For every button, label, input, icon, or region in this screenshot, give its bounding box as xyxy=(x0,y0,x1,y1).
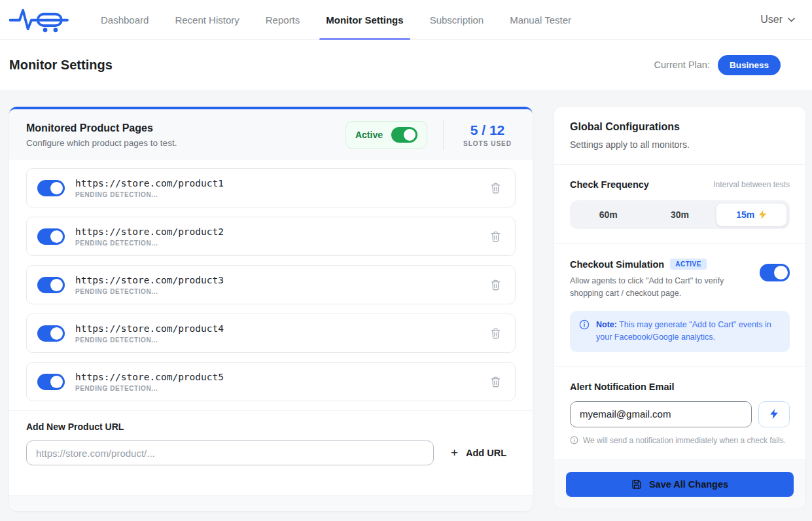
url-text: https://store.com/product5 xyxy=(75,372,224,382)
checkout-simulation-toggle[interactable] xyxy=(760,264,790,281)
info-icon xyxy=(570,436,578,444)
global-config-subtitle: Settings apply to all monitors. xyxy=(570,139,790,150)
url-list: https://store.com/product1 PENDING DETEC… xyxy=(9,160,533,410)
page-title: Monitor Settings xyxy=(9,58,113,73)
save-icon xyxy=(631,479,642,490)
main-content: Monitored Product Pages Configure which … xyxy=(0,90,812,511)
card-footer-strip xyxy=(9,495,533,511)
monitors-active-toggle[interactable] xyxy=(391,127,417,143)
toggle-knob xyxy=(50,279,63,291)
analytics-note-text: Note: This may generate "Add to Cart" ev… xyxy=(596,319,781,344)
url-enabled-toggle[interactable] xyxy=(37,228,65,245)
url-enabled-toggle[interactable] xyxy=(37,277,65,293)
nav-item-recent-history[interactable]: Recent History xyxy=(162,0,252,39)
url-info: https://store.com/product4 PENDING DETEC… xyxy=(75,323,224,344)
nav-item-dashboard[interactable]: Dashboard xyxy=(88,0,162,39)
alert-email-helper-text: We will send a notification immediately … xyxy=(583,436,786,445)
url-row: https://store.com/product4 PENDING DETEC… xyxy=(26,314,516,353)
slots-used-count: 5 / 12 xyxy=(459,122,516,138)
monitored-pages-card: Monitored Product Pages Configure which … xyxy=(9,107,533,511)
url-text: https://store.com/product4 xyxy=(75,323,224,334)
title-bar: Monitor Settings Current Plan: Business xyxy=(0,40,812,90)
nav-item-manual-tester[interactable]: Manual Tester xyxy=(497,0,584,39)
url-text: https://store.com/product1 xyxy=(75,178,224,189)
url-enabled-toggle[interactable] xyxy=(37,374,65,390)
trash-icon xyxy=(491,328,501,339)
monitored-pages-header: Monitored Product Pages Configure which … xyxy=(9,109,533,160)
url-status: PENDING DETECTION... xyxy=(75,385,224,392)
trash-icon xyxy=(491,376,501,387)
check-frequency-header: Check Frequency Interval between tests xyxy=(570,179,790,190)
toggle-knob xyxy=(50,327,63,340)
add-url-row: + Add URL xyxy=(26,440,516,465)
checkout-simulation-label: Checkout Simulation xyxy=(570,259,664,270)
trash-icon xyxy=(491,279,501,291)
url-info: https://store.com/product5 PENDING DETEC… xyxy=(75,372,224,392)
toggle-knob xyxy=(50,230,63,243)
test-notification-button[interactable] xyxy=(758,401,790,427)
url-enabled-toggle[interactable] xyxy=(37,180,65,196)
frequency-option-15m[interactable]: 15m xyxy=(716,203,787,226)
checkout-toggle-wrap xyxy=(760,264,790,281)
url-status: PENDING DETECTION... xyxy=(75,191,224,198)
alert-email-label: Alert Notification Email xyxy=(570,382,790,392)
nav-item-reports[interactable]: Reports xyxy=(253,0,313,39)
url-row: https://store.com/product5 PENDING DETEC… xyxy=(26,362,516,401)
delete-url-button[interactable] xyxy=(488,180,503,196)
url-enabled-toggle[interactable] xyxy=(37,325,65,342)
monitors-active-pill: Active xyxy=(345,121,427,149)
frequency-option-30m[interactable]: 30m xyxy=(644,203,715,226)
nav-item-monitor-settings[interactable]: Monitor Settings xyxy=(313,0,416,39)
note-title: Note: xyxy=(596,320,617,329)
frequency-option-15m-label: 15m xyxy=(736,209,754,220)
alert-email-input[interactable] xyxy=(570,401,752,427)
checkout-simulation-header: Checkout Simulation ACTIVE xyxy=(570,259,790,270)
url-status: PENDING DETECTION... xyxy=(75,336,224,344)
delete-url-button[interactable] xyxy=(488,374,503,390)
add-url-button-label: Add URL xyxy=(466,448,506,458)
check-frequency-section: Check Frequency Interval between tests 6… xyxy=(554,165,805,244)
global-config-header: Global Configurations Settings apply to … xyxy=(554,107,805,165)
add-url-label: Add New Product URL xyxy=(26,422,516,432)
delete-url-button[interactable] xyxy=(488,325,503,342)
slots-used-caption: SLOTS USED xyxy=(459,140,516,147)
user-menu-label: User xyxy=(760,14,783,26)
monitors-active-label: Active xyxy=(355,130,383,140)
alert-email-row xyxy=(570,401,790,427)
nav-item-subscription[interactable]: Subscription xyxy=(417,0,497,39)
trash-icon xyxy=(491,231,501,242)
plan-badge[interactable]: Business xyxy=(718,55,781,75)
frequency-option-60m[interactable]: 60m xyxy=(573,203,644,226)
delete-url-button[interactable] xyxy=(488,277,503,293)
main-nav: Dashboard Recent History Reports Monitor… xyxy=(88,0,584,39)
check-frequency-hint: Interval between tests xyxy=(713,180,790,189)
url-info: https://store.com/product3 PENDING DETEC… xyxy=(75,275,224,295)
analytics-note: Note: This may generate "Add to Cart" ev… xyxy=(570,311,790,352)
note-body: This may generate "Add to Cart" events i… xyxy=(596,320,771,342)
url-row: https://store.com/product3 PENDING DETEC… xyxy=(26,265,516,304)
url-row: https://store.com/product2 PENDING DETEC… xyxy=(26,217,516,256)
url-status: PENDING DETECTION... xyxy=(75,240,224,247)
monitor-settings-page: Dashboard Recent History Reports Monitor… xyxy=(0,0,812,521)
monitored-pages-heading: Monitored Product Pages Configure which … xyxy=(26,122,177,148)
add-url-section: Add New Product URL + Add URL xyxy=(9,410,533,478)
toggle-knob xyxy=(50,182,63,194)
global-config-title: Global Configurations xyxy=(570,121,790,133)
checkout-simulation-section: Checkout Simulation ACTIVE Allow agents … xyxy=(554,244,805,367)
url-info: https://store.com/product1 PENDING DETEC… xyxy=(75,178,224,198)
save-all-changes-button[interactable]: Save All Changes xyxy=(566,472,794,497)
global-config-footer: Save All Changes xyxy=(554,459,805,509)
lightning-bolt-icon xyxy=(759,210,766,219)
app-logo[interactable] xyxy=(9,5,69,35)
user-menu[interactable]: User xyxy=(760,14,795,26)
add-url-button[interactable]: + Add URL xyxy=(451,446,506,460)
lightning-bolt-icon xyxy=(770,409,778,419)
add-url-input[interactable] xyxy=(26,440,434,465)
check-frequency-label: Check Frequency xyxy=(570,179,649,190)
save-all-changes-label: Save All Changes xyxy=(649,479,728,490)
slots-used: 5 / 12 SLOTS USED xyxy=(459,122,516,147)
checkout-simulation-description: Allow agents to click "Add to Cart" to v… xyxy=(570,275,745,300)
info-icon xyxy=(579,319,590,330)
delete-url-button[interactable] xyxy=(488,228,503,245)
monitored-pages-subtitle: Configure which product pages to test. xyxy=(26,138,177,148)
